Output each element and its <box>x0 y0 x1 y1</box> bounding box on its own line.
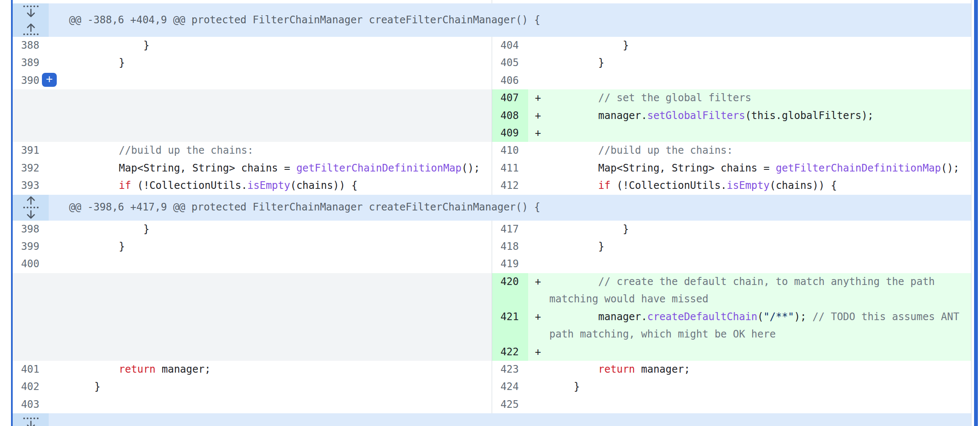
added-marker: + <box>535 308 541 326</box>
code-segment <box>70 144 119 156</box>
new-side: 419 <box>492 255 971 273</box>
code-cell: return manager; <box>528 361 971 378</box>
code-segment: } <box>549 39 629 51</box>
code-cell <box>49 72 492 89</box>
new-side: 405 } <box>492 54 971 72</box>
old-side: 400 <box>13 255 492 273</box>
added-marker: + <box>535 273 541 290</box>
diff-row: 398 }417 } <box>13 221 971 238</box>
old-side <box>13 0 492 3</box>
new-side: 409+ <box>492 124 971 142</box>
empty-side <box>13 343 492 361</box>
empty-side <box>13 89 492 107</box>
expand-gutter <box>13 195 49 221</box>
scrollbar-thumb[interactable] <box>974 0 978 426</box>
line-number[interactable]: 389 <box>13 54 49 72</box>
line-number[interactable]: 412 <box>492 177 528 194</box>
line-number[interactable]: 409 <box>492 124 528 142</box>
line-number[interactable]: 407 <box>492 89 528 107</box>
code-cell <box>49 255 492 273</box>
line-number[interactable]: 417 <box>492 221 528 238</box>
line-number[interactable]: 399 <box>13 238 49 255</box>
empty-side <box>13 273 492 308</box>
new-side: 422+ <box>492 343 971 361</box>
line-number[interactable]: 423 <box>492 361 528 378</box>
line-number[interactable]: 402 <box>13 378 49 396</box>
code-cell: } <box>528 221 971 238</box>
code-segment: createDefaultChain <box>647 311 757 323</box>
expand-down-button[interactable] <box>22 417 39 426</box>
code-cell: Map<String, String> chains = getFilterCh… <box>49 160 492 177</box>
code-cell: } <box>49 37 492 54</box>
line-number[interactable]: 421 <box>492 308 528 343</box>
code-segment: } <box>70 223 149 235</box>
line-number[interactable]: 404 <box>492 37 528 54</box>
old-side: 392 Map<String, String> chains = getFilt… <box>13 160 492 177</box>
code-segment: // set the global filters <box>598 92 751 104</box>
code-segment: } <box>549 223 629 235</box>
diff-row: 409+ <box>13 124 971 142</box>
expand-down-button[interactable] <box>22 5 39 19</box>
old-side: 399 } <box>13 238 492 255</box>
line-number[interactable]: 424 <box>492 378 528 396</box>
code-cell: + manager.setGlobalFilters(this.globalFi… <box>528 107 971 124</box>
code-segment: (!CollectionUtils. <box>611 180 727 191</box>
line-number[interactable]: 419 <box>492 255 528 273</box>
code-cell: } <box>528 37 971 54</box>
code-line: // create the default chain, to match an… <box>549 273 971 308</box>
code-segment <box>549 144 598 156</box>
line-number[interactable]: 391 <box>13 142 49 159</box>
line-number[interactable]: 401 <box>13 361 49 378</box>
line-number[interactable]: 408 <box>492 107 528 124</box>
code-segment: (chains)) { <box>770 180 837 191</box>
empty-side <box>13 124 492 142</box>
line-number[interactable]: 398 <box>13 221 49 238</box>
line-number[interactable]: 388 <box>13 37 49 54</box>
new-side: 412 if (!CollectionUtils.isEmpty(chains)… <box>492 177 971 194</box>
code-line: return manager; <box>70 361 492 378</box>
code-segment: Map<String, String> chains = <box>549 162 776 174</box>
code-segment: manager. <box>549 110 647 122</box>
line-number[interactable]: 392 <box>13 160 49 177</box>
line-number[interactable]: 403 <box>13 396 49 413</box>
line-number[interactable]: 400 <box>13 255 49 273</box>
line-number[interactable]: 422 <box>492 343 528 361</box>
expand-up-button[interactable] <box>22 22 39 36</box>
diff-view: @@ -388,6 +404,9 @@ protected FilterChai… <box>0 0 980 426</box>
line-number[interactable]: 418 <box>492 238 528 255</box>
new-side: 423 return manager; <box>492 361 971 378</box>
expand-all-button[interactable] <box>22 195 39 220</box>
add-comment-button[interactable]: + <box>42 73 57 87</box>
diff-row: 422+ <box>13 343 971 361</box>
code-line: } <box>70 378 492 396</box>
code-segment: manager; <box>155 363 210 375</box>
code-line: } <box>70 54 492 72</box>
new-side: 411 Map<String, String> chains = getFilt… <box>492 160 971 177</box>
diff-row: 388 }404 } <box>13 37 971 54</box>
code-segment: manager. <box>549 311 647 323</box>
hunk-header-text: @@ -398,6 +417,9 @@ protected FilterChai… <box>49 195 971 221</box>
line-number[interactable]: 406 <box>492 72 528 89</box>
line-number[interactable]: 420 <box>492 273 528 308</box>
hunk-header-text: @@ -388,6 +404,9 @@ protected FilterChai… <box>49 3 971 37</box>
code-segment: isEmpty <box>247 180 290 191</box>
code-cell: + manager.createDefaultChain("/**"); // … <box>528 308 971 343</box>
code-cell <box>528 396 971 413</box>
old-side: 391 //build up the chains: <box>13 142 492 159</box>
old-side: 389 } <box>13 54 492 72</box>
line-number[interactable]: 410 <box>492 142 528 159</box>
code-cell <box>528 255 971 273</box>
code-segment: } <box>70 57 125 69</box>
code-line: return manager; <box>549 361 971 378</box>
hunk-header-row <box>13 413 971 426</box>
code-line: } <box>70 37 492 54</box>
code-cell: //build up the chains: <box>49 142 492 159</box>
code-segment <box>549 92 598 104</box>
code-line: } <box>549 238 971 255</box>
line-number[interactable]: 405 <box>492 54 528 72</box>
line-number[interactable]: 393 <box>13 177 49 194</box>
new-side: 424 } <box>492 378 971 396</box>
line-number[interactable]: 425 <box>492 396 528 413</box>
line-number[interactable]: 411 <box>492 160 528 177</box>
code-cell <box>49 396 492 413</box>
